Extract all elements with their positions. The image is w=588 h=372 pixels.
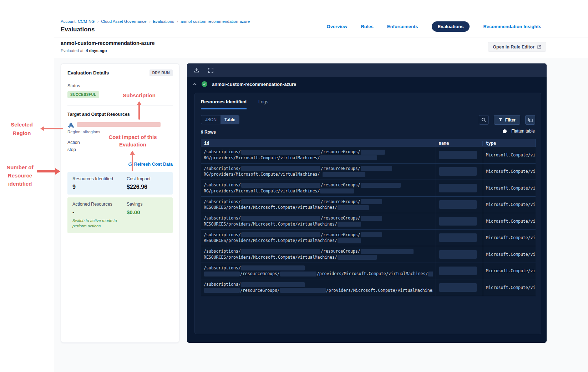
breadcrumb-evaluations[interactable]: Evaluations [153,19,174,24]
toggle-table[interactable]: Table [220,115,239,124]
redacted-name [439,267,477,275]
savings-value: $0.00 [127,209,142,215]
column-header-type[interactable]: type [482,141,535,146]
table-row[interactable]: /subscriptions//resourceGroups/RESOURCES… [201,230,536,247]
resources-identified-value: 9 [72,184,127,190]
dry-run-badge: DRY RUN [149,69,173,76]
flatten-table-label: Flatten table [511,129,535,134]
cell-name [436,147,483,163]
redacted-text [361,150,385,155]
table-row[interactable]: /subscriptions//resourceGroups//provider… [201,279,536,296]
redacted-text [361,249,414,254]
active-mode-note: Switch to active mode to perform actions [72,218,126,229]
redacted-text [361,183,401,188]
annotation-arrow-shaft [138,104,140,120]
table-row[interactable]: /subscriptions//resourceGroups/RG/provid… [201,147,536,164]
cell-type: Microsoft.Compute/virtu [483,147,536,163]
rule-name-title: anmol-custom-recommendation-azure [61,40,154,46]
column-header-name[interactable]: name [436,141,483,146]
redacted-name [439,283,477,292]
resource-table-body: /subscriptions//resourceGroups/RG/provid… [201,147,536,296]
redacted-text [361,166,392,171]
page-title: Evaluations [61,26,95,33]
evaluated-at-value: 4 days ago [86,48,107,53]
redacted-text [428,272,433,277]
search-button[interactable] [479,115,489,125]
cell-name [436,213,483,229]
redacted-text [241,282,305,287]
column-header-id[interactable]: id [201,141,436,146]
annotation-arrow-shaft [37,170,56,172]
cell-id: /subscriptions//resourceGroups/RESOURCES… [201,213,436,229]
download-icon[interactable] [194,67,199,73]
table-header-row: id name type [201,139,536,147]
redacted-name [439,233,477,242]
table-row[interactable]: /subscriptions//resourceGroups/RG/provid… [201,180,536,197]
cell-id: /subscriptions//resourceGroups/RG/provid… [201,180,436,196]
nav-recommendation-insights[interactable]: Recommendation Insights [483,24,541,29]
nav-evaluations-active[interactable]: Evaluations [432,21,470,32]
tab-resources-identified[interactable]: Resources Identified [201,99,247,109]
open-rule-editor-button[interactable]: Open in Rule Editor [488,42,546,52]
fullscreen-icon[interactable] [208,68,213,73]
annotation-resource-count: Number of Resource identified [2,163,37,188]
cell-name [436,230,483,246]
breadcrumb: Account: CCM-NG › Cloud Asset Governance… [61,19,250,24]
cell-type: Microsoft.Compute/virtu [483,213,536,229]
breadcrumb-governance[interactable]: Cloud Asset Governance [101,19,146,24]
table-row[interactable]: /subscriptions//resourceGroups//provider… [201,263,536,280]
annotation-subscription: Subscription [112,92,166,99]
cell-type: Microsoft.Compute/virtu [483,197,536,213]
copy-button[interactable] [525,115,535,125]
cell-name [436,246,483,263]
chevron-up-icon[interactable] [193,83,197,86]
evaluated-at: Evaluated at:4 days ago [61,48,107,53]
viewer-toolbar [187,63,547,77]
nav-overview[interactable]: Overview [327,24,348,29]
viewer-tabs: Resources Identified Logs [201,99,268,109]
nav-rules[interactable]: Rules [361,24,373,29]
status-label: Status [67,83,173,88]
redacted-text [241,150,320,155]
table-row[interactable]: /subscriptions//resourceGroups/RESOURCES… [201,197,536,213]
table-row[interactable]: /subscriptions//resourceGroups/RESOURCES… [201,213,536,230]
redacted-name [439,250,477,259]
details-title: Evaluation Details [67,70,109,76]
cell-name [436,164,483,180]
breadcrumb-rule-name[interactable]: anmol-custom-recommendation-azure [181,19,250,24]
redacted-text [361,232,382,237]
actioned-resources-value: - [72,209,127,216]
redacted-text [338,222,361,227]
table-row[interactable]: /subscriptions//resourceGroups/RG/provid… [201,164,536,180]
cell-type: Microsoft.Compute/virtu [483,263,536,279]
rows-count: 9 Rows [201,130,216,135]
redacted-text [241,249,320,254]
annotation-arrow-shaft [44,128,63,129]
redacted-text [338,255,377,260]
annotation-arrow-shaft [132,154,133,171]
resources-cost-box: Resources Identified 9 Cost Impact $226.… [67,172,173,195]
toggle-json[interactable]: JSON [201,115,220,124]
redacted-text [280,272,316,277]
breadcrumb-account[interactable]: Account: CCM-NG [61,19,95,24]
filter-button[interactable]: Filter [494,115,520,125]
cell-name [436,263,483,279]
nav-enforcements[interactable]: Enforcements [387,24,418,29]
redacted-text [338,205,369,210]
flatten-table-toggle[interactable] [503,129,507,133]
actioned-savings-box: Actioned Resources - Switch to active mo… [67,197,173,233]
redacted-text [361,216,382,221]
redacted-text [361,199,382,204]
page: Account: CCM-NG › Cloud Asset Governance… [0,0,588,372]
result-collapse-row[interactable]: ✓ anmol-custom-recommendation-azure [193,81,296,87]
tab-logs[interactable]: Logs [258,99,268,109]
table-row[interactable]: /subscriptions//resourceGroups/RESOURCES… [201,246,536,263]
arrow-right-icon [55,168,60,175]
refresh-cost-data-link[interactable]: Refresh Cost Data [128,162,173,167]
cell-id: /subscriptions//resourceGroups/RG/provid… [201,147,436,163]
actioned-resources-label: Actioned Resources [72,202,127,207]
results-card: Resources Identified Logs JSON Table Fil… [194,93,541,334]
annotation-selected-region: Selected Region [4,120,40,138]
resources-table: id name type /subscriptions//resourceGro… [201,139,536,296]
view-mode-toggle: JSON Table [201,115,239,124]
